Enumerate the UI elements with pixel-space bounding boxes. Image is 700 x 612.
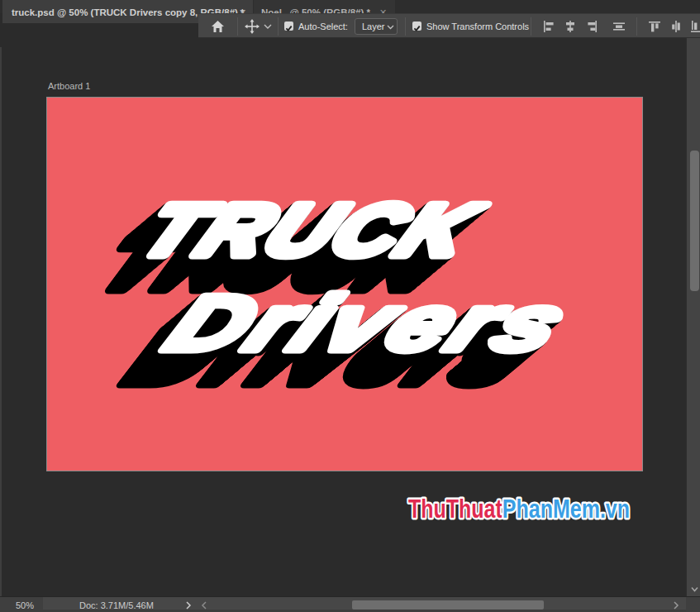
svg-text:ThuThuatPhanMem.vn: ThuThuatPhanMem.vn: [408, 494, 630, 524]
